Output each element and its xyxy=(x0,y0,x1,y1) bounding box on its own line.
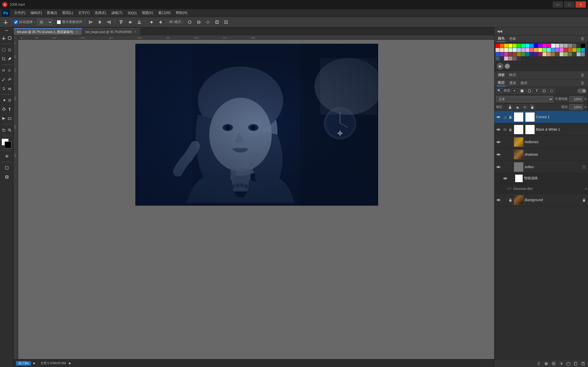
blend-mode-select[interactable]: 正常 溶解 正片叠底 滤色 叠加 xyxy=(496,96,553,102)
color-swatch[interactable] xyxy=(581,44,585,48)
color-swatch[interactable] xyxy=(525,44,529,48)
layer-eye-background[interactable] xyxy=(496,198,501,202)
show-transform-checkbox[interactable] xyxy=(57,20,61,24)
align-center-h-btn[interactable] xyxy=(96,18,104,26)
minimize-button[interactable]: — xyxy=(553,1,563,8)
color-swatch[interactable] xyxy=(551,52,555,56)
color-swatch[interactable] xyxy=(572,44,576,48)
color-swatch[interactable] xyxy=(508,44,512,48)
color-swatch[interactable] xyxy=(551,44,555,48)
align-right-btn[interactable] xyxy=(105,18,113,26)
artboard-tool[interactable] xyxy=(7,34,13,42)
smudge-tool[interactable] xyxy=(7,66,13,75)
layer-eye-shadows[interactable] xyxy=(496,153,501,156)
align-middle-v-btn[interactable] xyxy=(126,18,134,26)
color-swatch[interactable] xyxy=(560,52,564,56)
eyedropper-tool[interactable] xyxy=(7,55,13,63)
type-tool[interactable]: T xyxy=(7,105,13,114)
layer-item-soften[interactable]: soften xyxy=(494,161,588,173)
new-fill-adjustment-btn[interactable] xyxy=(558,361,564,366)
align-bottom-btn[interactable] xyxy=(135,18,143,26)
layer-eye-curves1[interactable] xyxy=(496,115,501,119)
maximize-button[interactable]: □ xyxy=(564,1,574,8)
color-swatch[interactable] xyxy=(543,48,546,52)
lasso-tool[interactable] xyxy=(7,45,13,54)
color-swatch[interactable] xyxy=(534,52,538,56)
3d-slide-btn[interactable] xyxy=(213,18,221,26)
fill-input[interactable] xyxy=(570,104,583,110)
color-swatch[interactable] xyxy=(513,44,517,48)
color-swatch[interactable] xyxy=(525,48,529,52)
styles-tab[interactable]: 样式 xyxy=(508,72,517,78)
color-tab[interactable]: 颜色 xyxy=(497,36,506,42)
color-swatch[interactable] xyxy=(543,52,546,56)
menu-filter[interactable]: 滤镜(T) xyxy=(109,10,125,16)
menu-help[interactable]: 帮助(H) xyxy=(173,10,190,16)
color-swatch[interactable] xyxy=(500,44,504,48)
3d-roll-btn[interactable] xyxy=(195,18,203,26)
color-swatch[interactable] xyxy=(508,48,512,52)
new-group-btn[interactable] xyxy=(565,361,572,366)
layers-panel-menu-btn[interactable]: ☰ xyxy=(579,80,586,86)
lock-position-btn[interactable] xyxy=(522,105,528,110)
smart-filter-btn[interactable] xyxy=(548,88,555,94)
color-swatch[interactable] xyxy=(521,48,525,52)
zoom-menu-btn[interactable]: ▶ xyxy=(33,361,36,365)
color-swatch[interactable] xyxy=(581,52,585,56)
add-mask-btn[interactable] xyxy=(550,361,557,366)
color-swatch[interactable] xyxy=(500,52,504,56)
layer-item-smart-filter[interactable]: 智能滤镜 xyxy=(494,173,588,184)
layer-item-gaussian-blur[interactable]: Gaussian Blur ≡ xyxy=(494,184,588,194)
doc-info-expand-btn[interactable]: ▶ xyxy=(69,361,71,365)
eraser-tool[interactable] xyxy=(7,84,13,93)
color-swatch[interactable] xyxy=(572,48,576,52)
tab-tint-begin-close[interactable]: ✕ xyxy=(134,30,137,34)
paths-tab[interactable]: 路径 xyxy=(519,80,529,86)
blur-tool[interactable] xyxy=(7,96,13,105)
hand-tool[interactable] xyxy=(1,126,7,134)
adj-panel-menu-btn[interactable]: ☰ xyxy=(579,72,586,78)
color-swatch[interactable] xyxy=(496,52,500,56)
shape-filter-btn[interactable] xyxy=(541,88,547,94)
color-swatch[interactable] xyxy=(560,44,564,48)
auto-select-checkbox[interactable] xyxy=(14,20,18,24)
add-layer-style-btn[interactable]: fx xyxy=(543,361,549,366)
color-picker-block[interactable] xyxy=(2,139,12,149)
color-swatch[interactable] xyxy=(543,44,546,48)
color-swatch[interactable] xyxy=(547,48,551,52)
color-swatch[interactable] xyxy=(504,44,508,48)
layer-item-curves1[interactable]: Curves 1 xyxy=(494,111,588,123)
layer-eye-smart-filter[interactable] xyxy=(502,177,508,180)
menu-edit[interactable]: 编辑(E) xyxy=(28,10,44,16)
link-layers-btn[interactable] xyxy=(536,361,542,366)
color-swatch[interactable] xyxy=(551,48,555,52)
quick-mask-btn[interactable] xyxy=(1,152,12,160)
3d-rotate-btn[interactable] xyxy=(186,18,194,26)
menu-file[interactable]: 文件(F) xyxy=(12,10,28,16)
color-swatch[interactable] xyxy=(521,52,525,56)
color-swatch[interactable] xyxy=(504,52,508,56)
layer-filter-type-dropdown-btn[interactable]: ▾ xyxy=(512,88,518,94)
menu-window[interactable]: 窗口(W) xyxy=(156,10,173,16)
color-swatch[interactable] xyxy=(530,44,534,48)
channels-tab[interactable]: 通道 xyxy=(508,80,517,86)
tab-tint-close[interactable]: ✕ xyxy=(75,30,78,34)
color-swatch[interactable] xyxy=(517,57,521,61)
color-swatch[interactable] xyxy=(500,48,504,52)
color-swatch[interactable] xyxy=(538,44,542,48)
color-swatch[interactable] xyxy=(568,48,572,52)
color-swatch[interactable] xyxy=(538,48,542,52)
pixel-filter-btn[interactable] xyxy=(519,88,525,94)
color-swatch[interactable] xyxy=(508,52,512,56)
color-wheel-icon[interactable] xyxy=(505,64,510,69)
color-swatch[interactable] xyxy=(496,57,500,61)
canvas-viewport[interactable]: 0 50 100 200 300 400 500 600 700 800 xyxy=(14,35,494,359)
color-swatch[interactable] xyxy=(564,52,568,56)
rectangle-tool[interactable] xyxy=(7,114,13,123)
color-swatch[interactable] xyxy=(521,44,525,48)
zoom-level[interactable]: 35.73% xyxy=(16,361,31,366)
color-swatch[interactable] xyxy=(517,44,521,48)
color-swatch[interactable] xyxy=(513,52,517,56)
color-swatch[interactable] xyxy=(508,57,512,61)
screen-mode-btn[interactable] xyxy=(1,164,12,172)
